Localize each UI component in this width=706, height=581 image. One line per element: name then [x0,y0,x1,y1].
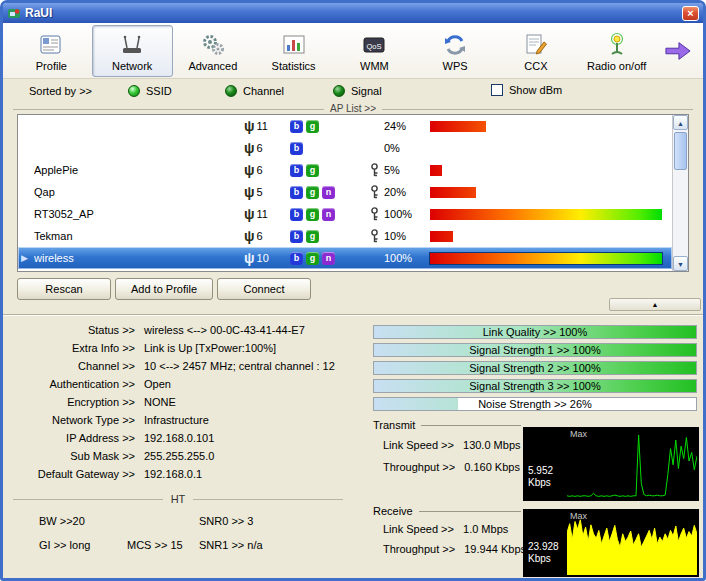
status-field-value: 192.168.0.101 [144,432,214,444]
tab-statistics[interactable]: Statistics [253,25,334,77]
ap-signal-bar [430,253,662,264]
ap-channel-number: 11 [257,208,268,220]
divider-line [421,425,521,426]
b-mode-icon: b [290,164,303,177]
ap-modes: bgn [290,186,364,199]
next-arrow-button[interactable] [657,38,699,64]
g-mode-icon: g [306,252,319,265]
channel-antenna-icon: ψ [244,230,255,242]
ap-list-divider: AP List >> [13,103,693,114]
app-icon [7,6,21,20]
status-field: Authentication >>Open [13,375,365,393]
rescan-button[interactable]: Rescan [17,278,111,300]
ap-row[interactable]: ψ6b0% [18,137,672,159]
status-field: Sub Mask >>255.255.255.0 [13,447,365,465]
status-field: Network Type >>Infrastructure [13,411,365,429]
tab-network[interactable]: Network [92,25,173,77]
show-dbm-checkbox[interactable] [491,84,503,96]
b-mode-icon: b [290,208,303,221]
rx-peak-number: 23.928 [528,541,559,553]
status-field: Extra Info >>Link is Up [TxPower:100%] [13,339,365,357]
tab-label: Network [112,60,152,72]
gears-icon [199,29,227,59]
ap-signal-bar-fill [430,187,476,198]
ap-channel-number: 5 [257,186,263,198]
ap-security [364,185,384,199]
tab-wmm[interactable]: QoS WMM [334,25,415,77]
quality-bar: Link Quality >> 100% [373,325,697,339]
close-button[interactable]: × [682,6,699,21]
ap-security [364,207,384,221]
sort-by-signal-button[interactable]: Signal [333,82,382,100]
b-mode-icon: b [290,252,303,265]
ap-signal-percent: 100% [384,208,430,220]
status-field-value: 10 <--> 2457 MHz; central channel : 12 [144,360,335,372]
b-mode-icon: b [290,142,303,155]
connect-button[interactable]: Connect [217,278,311,300]
ht-snr0: SNR0 >> 3 [199,515,253,527]
add-to-profile-button[interactable]: Add to Profile [115,278,213,300]
sort-by-channel-button[interactable]: Channel [225,82,284,100]
scrollbar-thumb[interactable] [674,132,687,170]
channel-antenna-icon: ψ [244,120,255,132]
ap-signal-bar-fill [430,253,662,264]
tx-peak-value: 5.952 Kbps [528,465,553,489]
ap-channel: ψ10 [244,252,290,264]
sorted-by-label: Sorted by >> [29,85,92,97]
tab-label: Radio on/off [587,60,646,72]
ap-channel: ψ11 [244,120,290,132]
tab-profile[interactable]: Profile [11,25,92,77]
ap-channel-number: 11 [257,120,268,132]
tab-ccx[interactable]: CCX [496,25,577,77]
ap-channel: ψ6 [244,164,290,176]
status-field: Status >>wireless <--> 00-0C-43-41-44-E7 [13,321,365,339]
network-icon [118,29,146,59]
ap-row[interactable]: ψ11bg24% [18,115,672,137]
ap-row[interactable]: RT3052_APψ11bgn100% [18,203,672,225]
tab-radio-on-off[interactable]: Radio on/off [576,25,657,77]
show-dbm-option: Show dBm [491,84,562,96]
quality-bar: Signal Strength 1 >> 100% [373,343,697,357]
sort-button-label: SSID [146,85,172,97]
status-field: IP Address >>192.168.0.101 [13,429,365,447]
status-field-value: NONE [144,396,176,408]
ap-channel-number: 6 [257,142,263,154]
ap-row[interactable]: ▶wirelessψ10bgn100% [18,247,672,269]
ap-signal-bar [430,187,662,198]
quality-bar-label: Link Quality >> 100% [374,326,696,338]
ap-channel: ψ5 [244,186,290,198]
n-mode-icon: n [322,186,335,199]
status-field-label: Status >> [13,324,135,336]
ap-ssid: Tekman [34,230,244,242]
ap-row[interactable]: Qapψ5bgn20% [18,181,672,203]
status-field: Encryption >>NONE [13,393,365,411]
tx-throughput-label: Throughput >> [383,461,455,473]
tab-advanced[interactable]: Advanced [173,25,254,77]
scroll-up-button[interactable]: ▲ [673,115,688,130]
tab-wps[interactable]: WPS [415,25,496,77]
status-field-label: Default Gateway >> [13,468,135,480]
ap-row[interactable]: ApplePieψ6bg5% [18,159,672,181]
tx-link-speed-value: 130.0 Mbps [463,439,520,451]
status-field: Default Gateway >>192.168.0.1 [13,465,365,483]
collapse-panel-button[interactable]: ▲ [609,298,701,311]
key-icon [370,229,379,243]
tx-peak-number: 5.952 [528,465,553,477]
scrollbar[interactable]: ▲ ▼ [672,115,688,271]
sort-by-ssid-button[interactable]: SSID [128,82,172,100]
ht-divider: HT [13,493,343,505]
rx-link-speed-label: Link Speed >> [383,523,454,535]
ap-ssid: RT3052_AP [34,208,244,220]
ap-row[interactable]: Tekmanψ6bg10% [18,225,672,247]
green-led-icon [333,85,345,97]
scroll-down-button[interactable]: ▼ [673,256,688,271]
n-mode-icon: n [322,252,335,265]
sort-button-label: Signal [351,85,382,97]
tx-throughput-value: 0.160 Kbps [464,461,520,473]
ap-signal-bar [430,231,662,242]
quality-bar-label: Noise Strength >> 26% [374,398,696,410]
key-icon [370,163,379,177]
ap-ssid: Qap [34,186,244,198]
tab-label: Advanced [188,60,237,72]
tx-peak-unit: Kbps [528,477,553,489]
